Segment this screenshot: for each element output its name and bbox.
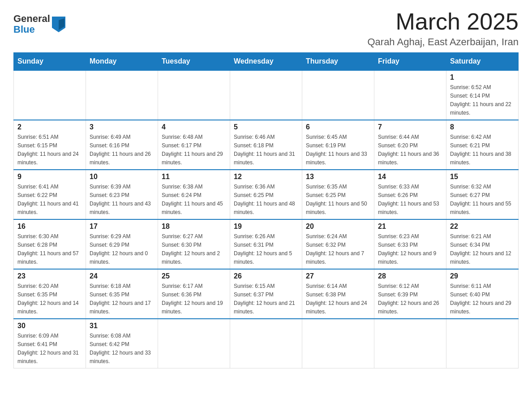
day-info: Sunrise: 6:45 AM Sunset: 6:19 PM Dayligh… xyxy=(306,134,367,166)
day-number: 6 xyxy=(306,123,370,131)
day-info: Sunrise: 6:35 AM Sunset: 6:25 PM Dayligh… xyxy=(306,184,367,215)
day-info: Sunrise: 6:17 AM Sunset: 6:36 PM Dayligh… xyxy=(162,283,223,315)
logo: General Blue xyxy=(13,13,65,35)
day-number: 31 xyxy=(90,322,154,330)
logo-icon xyxy=(52,17,65,32)
day-number: 30 xyxy=(17,322,82,330)
calendar-day-10: 10Sunrise: 6:39 AM Sunset: 6:23 PM Dayli… xyxy=(86,170,158,219)
day-number: 23 xyxy=(17,272,82,280)
day-info: Sunrise: 6:15 AM Sunset: 6:37 PM Dayligh… xyxy=(234,283,295,315)
day-number: 28 xyxy=(378,272,442,280)
location-title: Qarah Aghaj, East Azerbaijan, Iran xyxy=(367,36,519,48)
day-info: Sunrise: 6:24 AM Sunset: 6:32 PM Dayligh… xyxy=(306,233,364,265)
calendar-header-friday: Friday xyxy=(374,53,446,71)
calendar-day-6: 6Sunrise: 6:45 AM Sunset: 6:19 PM Daylig… xyxy=(302,120,374,170)
day-number: 10 xyxy=(90,173,154,181)
calendar-empty-cell xyxy=(158,319,230,368)
calendar-day-2: 2Sunrise: 6:51 AM Sunset: 6:15 PM Daylig… xyxy=(14,120,86,170)
day-info: Sunrise: 6:33 AM Sunset: 6:26 PM Dayligh… xyxy=(378,184,439,215)
day-number: 21 xyxy=(378,223,442,231)
day-info: Sunrise: 6:41 AM Sunset: 6:22 PM Dayligh… xyxy=(17,184,79,215)
calendar-header-sunday: Sunday xyxy=(14,53,86,71)
calendar-header-thursday: Thursday xyxy=(302,53,374,71)
calendar-day-1: 1Sunrise: 6:52 AM Sunset: 6:14 PM Daylig… xyxy=(446,70,519,120)
day-number: 9 xyxy=(17,173,82,181)
calendar-day-14: 14Sunrise: 6:33 AM Sunset: 6:26 PM Dayli… xyxy=(374,170,446,219)
title-area: March 2025 Qarah Aghaj, East Azerbaijan,… xyxy=(367,9,519,48)
day-number: 13 xyxy=(306,173,370,181)
calendar-empty-cell xyxy=(230,70,302,120)
day-number: 1 xyxy=(450,73,515,81)
day-number: 5 xyxy=(234,123,298,131)
day-info: Sunrise: 6:08 AM Sunset: 6:42 PM Dayligh… xyxy=(90,333,151,364)
calendar-table: SundayMondayTuesdayWednesdayThursdayFrid… xyxy=(13,52,519,368)
calendar-header-row: SundayMondayTuesdayWednesdayThursdayFrid… xyxy=(14,53,519,71)
calendar-week-row: 16Sunrise: 6:30 AM Sunset: 6:28 PM Dayli… xyxy=(14,219,519,269)
day-number: 27 xyxy=(306,272,370,280)
day-number: 15 xyxy=(450,173,515,181)
day-info: Sunrise: 6:14 AM Sunset: 6:38 PM Dayligh… xyxy=(306,283,367,315)
calendar-week-row: 1Sunrise: 6:52 AM Sunset: 6:14 PM Daylig… xyxy=(14,70,519,120)
calendar-day-20: 20Sunrise: 6:24 AM Sunset: 6:32 PM Dayli… xyxy=(302,219,374,269)
day-info: Sunrise: 6:18 AM Sunset: 6:35 PM Dayligh… xyxy=(90,283,151,315)
day-number: 18 xyxy=(162,223,226,231)
calendar-day-18: 18Sunrise: 6:27 AM Sunset: 6:30 PM Dayli… xyxy=(158,219,230,269)
calendar-day-23: 23Sunrise: 6:20 AM Sunset: 6:35 PM Dayli… xyxy=(14,269,86,319)
calendar-week-row: 30Sunrise: 6:09 AM Sunset: 6:41 PM Dayli… xyxy=(14,319,519,368)
day-info: Sunrise: 6:21 AM Sunset: 6:34 PM Dayligh… xyxy=(450,233,511,265)
day-info: Sunrise: 6:30 AM Sunset: 6:28 PM Dayligh… xyxy=(17,233,79,265)
calendar-empty-cell xyxy=(302,319,374,368)
day-number: 19 xyxy=(234,223,298,231)
day-number: 25 xyxy=(162,272,226,280)
day-number: 26 xyxy=(234,272,298,280)
calendar-empty-cell xyxy=(374,319,446,368)
calendar-header-monday: Monday xyxy=(86,53,158,71)
logo-blue-text: Blue xyxy=(13,24,50,35)
calendar-day-11: 11Sunrise: 6:38 AM Sunset: 6:24 PM Dayli… xyxy=(158,170,230,219)
calendar-day-13: 13Sunrise: 6:35 AM Sunset: 6:25 PM Dayli… xyxy=(302,170,374,219)
calendar-day-21: 21Sunrise: 6:23 AM Sunset: 6:33 PM Dayli… xyxy=(374,219,446,269)
day-number: 8 xyxy=(450,123,515,131)
day-info: Sunrise: 6:49 AM Sunset: 6:16 PM Dayligh… xyxy=(90,134,151,166)
calendar-day-9: 9Sunrise: 6:41 AM Sunset: 6:22 PM Daylig… xyxy=(14,170,86,219)
calendar-day-16: 16Sunrise: 6:30 AM Sunset: 6:28 PM Dayli… xyxy=(14,219,86,269)
day-number: 22 xyxy=(450,223,515,231)
calendar-day-30: 30Sunrise: 6:09 AM Sunset: 6:41 PM Dayli… xyxy=(14,319,86,368)
calendar-day-5: 5Sunrise: 6:46 AM Sunset: 6:18 PM Daylig… xyxy=(230,120,302,170)
day-info: Sunrise: 6:42 AM Sunset: 6:21 PM Dayligh… xyxy=(450,134,511,166)
calendar-day-7: 7Sunrise: 6:44 AM Sunset: 6:20 PM Daylig… xyxy=(374,120,446,170)
calendar-day-29: 29Sunrise: 6:11 AM Sunset: 6:40 PM Dayli… xyxy=(446,269,519,319)
day-info: Sunrise: 6:29 AM Sunset: 6:29 PM Dayligh… xyxy=(90,233,148,265)
day-number: 12 xyxy=(234,173,298,181)
calendar-day-3: 3Sunrise: 6:49 AM Sunset: 6:16 PM Daylig… xyxy=(86,120,158,170)
day-info: Sunrise: 6:39 AM Sunset: 6:23 PM Dayligh… xyxy=(90,184,151,215)
day-number: 24 xyxy=(90,272,154,280)
calendar-day-8: 8Sunrise: 6:42 AM Sunset: 6:21 PM Daylig… xyxy=(446,120,519,170)
day-number: 2 xyxy=(17,123,82,131)
calendar-empty-cell xyxy=(158,70,230,120)
calendar-header-wednesday: Wednesday xyxy=(230,53,302,71)
month-title: March 2025 xyxy=(367,9,519,34)
logo-general-text: General xyxy=(13,13,50,24)
day-info: Sunrise: 6:51 AM Sunset: 6:15 PM Dayligh… xyxy=(17,134,79,166)
day-info: Sunrise: 6:09 AM Sunset: 6:41 PM Dayligh… xyxy=(17,333,79,364)
day-number: 14 xyxy=(378,173,442,181)
day-info: Sunrise: 6:46 AM Sunset: 6:18 PM Dayligh… xyxy=(234,134,295,166)
calendar-empty-cell xyxy=(14,70,86,120)
day-info: Sunrise: 6:12 AM Sunset: 6:39 PM Dayligh… xyxy=(378,283,439,315)
day-info: Sunrise: 6:48 AM Sunset: 6:17 PM Dayligh… xyxy=(162,134,223,166)
day-number: 7 xyxy=(378,123,442,131)
calendar-day-26: 26Sunrise: 6:15 AM Sunset: 6:37 PM Dayli… xyxy=(230,269,302,319)
day-number: 17 xyxy=(90,223,154,231)
calendar-day-25: 25Sunrise: 6:17 AM Sunset: 6:36 PM Dayli… xyxy=(158,269,230,319)
calendar-header-saturday: Saturday xyxy=(446,53,519,71)
day-number: 11 xyxy=(162,173,226,181)
day-info: Sunrise: 6:23 AM Sunset: 6:33 PM Dayligh… xyxy=(378,233,436,265)
calendar-week-row: 23Sunrise: 6:20 AM Sunset: 6:35 PM Dayli… xyxy=(14,269,519,319)
calendar-day-31: 31Sunrise: 6:08 AM Sunset: 6:42 PM Dayli… xyxy=(86,319,158,368)
day-info: Sunrise: 6:26 AM Sunset: 6:31 PM Dayligh… xyxy=(234,233,292,265)
day-number: 16 xyxy=(17,223,82,231)
day-info: Sunrise: 6:38 AM Sunset: 6:24 PM Dayligh… xyxy=(162,184,223,215)
calendar-header-tuesday: Tuesday xyxy=(158,53,230,71)
calendar-empty-cell xyxy=(230,319,302,368)
